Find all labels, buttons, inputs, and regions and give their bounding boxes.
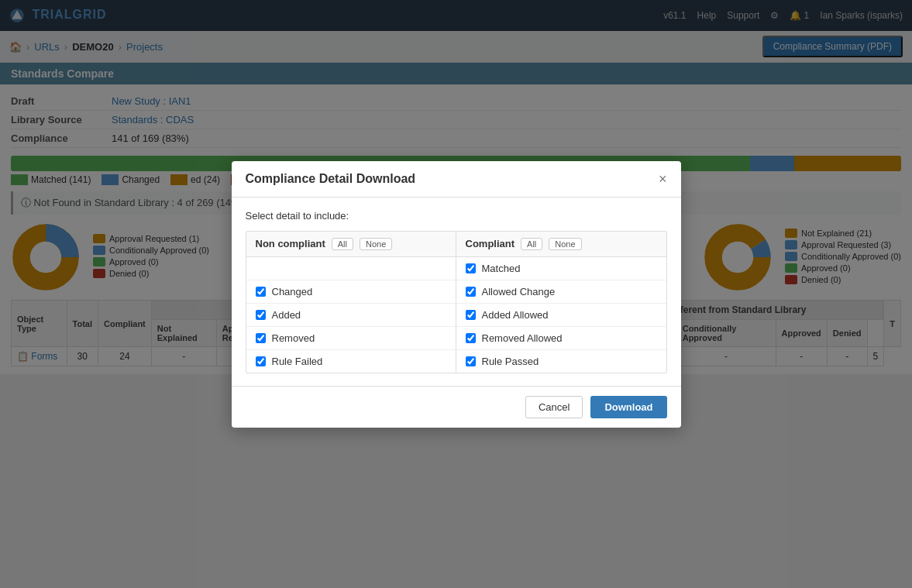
label-changed: Changed bbox=[272, 286, 313, 297]
detail-right-matched: Matched bbox=[456, 257, 666, 280]
detail-left-changed: Changed bbox=[246, 280, 456, 304]
modal-body: Select detail to include: Non compliant … bbox=[232, 198, 681, 375]
label-removed-allowed: Removed Allowed bbox=[482, 332, 563, 344]
detail-right-removed-allowed: Removed Allowed bbox=[456, 327, 666, 350]
checkbox-changed[interactable] bbox=[256, 287, 266, 297]
modal-subtitle: Select detail to include: bbox=[246, 210, 667, 222]
label-added: Added bbox=[272, 309, 301, 321]
detail-right-allowed-change: Allowed Change bbox=[456, 280, 666, 304]
checkbox-removed[interactable] bbox=[256, 333, 266, 343]
detail-right-rule-passed: Rule Passed bbox=[456, 350, 666, 373]
detail-left-removed: Removed bbox=[246, 327, 456, 350]
checkbox-matched[interactable] bbox=[466, 263, 476, 273]
modal-dialog: Compliance Detail Download × Select deta… bbox=[232, 161, 681, 375]
checkbox-removed-allowed[interactable] bbox=[466, 333, 476, 343]
checkbox-rule-passed[interactable] bbox=[466, 356, 476, 366]
detail-left-rule-failed: Rule Failed bbox=[246, 350, 456, 373]
detail-left-added: Added bbox=[246, 304, 456, 327]
compliant-none-btn[interactable]: None bbox=[549, 238, 581, 250]
label-added-allowed: Added Allowed bbox=[482, 309, 549, 321]
non-compliant-all-btn[interactable]: All bbox=[332, 238, 353, 250]
checkbox-rule-failed[interactable] bbox=[256, 356, 266, 366]
label-removed: Removed bbox=[272, 332, 315, 344]
non-compliant-header: Non compliant All None bbox=[246, 232, 456, 257]
label-matched: Matched bbox=[482, 263, 521, 274]
compliant-label: Compliant bbox=[466, 238, 515, 249]
detail-empty-1 bbox=[246, 257, 456, 280]
modal-close-btn[interactable]: × bbox=[659, 172, 667, 186]
modal-title: Compliance Detail Download bbox=[246, 172, 416, 186]
non-compliant-label: Non compliant bbox=[256, 238, 325, 249]
label-rule-passed: Rule Passed bbox=[482, 356, 539, 367]
checkbox-added[interactable] bbox=[256, 310, 266, 320]
modal-header: Compliance Detail Download × bbox=[232, 161, 681, 198]
checkbox-added-allowed[interactable] bbox=[466, 310, 476, 320]
detail-right-added-allowed: Added Allowed bbox=[456, 304, 666, 327]
compliant-all-btn[interactable]: All bbox=[521, 238, 542, 250]
compliant-header: Compliant All None bbox=[456, 232, 666, 257]
non-compliant-none-btn[interactable]: None bbox=[360, 238, 392, 250]
label-rule-failed: Rule Failed bbox=[272, 356, 323, 367]
detail-grid: Non compliant All None Compliant All Non… bbox=[246, 231, 667, 373]
label-allowed-change: Allowed Change bbox=[482, 286, 556, 297]
checkbox-allowed-change[interactable] bbox=[466, 287, 476, 297]
modal-overlay[interactable]: Compliance Detail Download × Select deta… bbox=[0, 0, 912, 374]
